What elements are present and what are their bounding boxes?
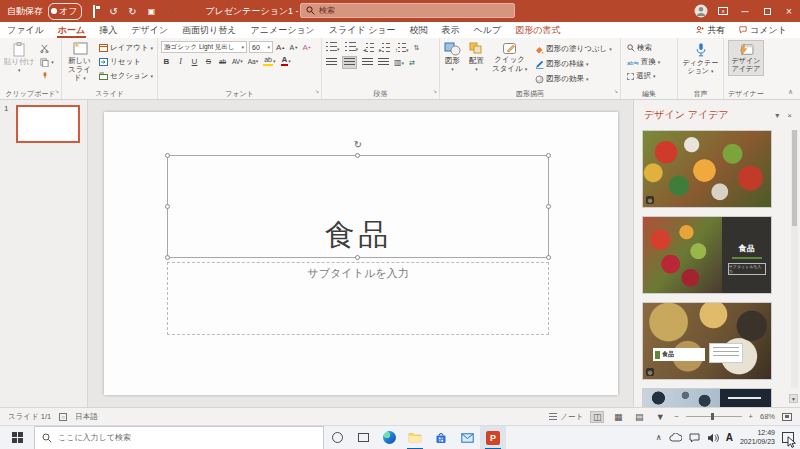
minimize-button[interactable]: ─ — [734, 0, 756, 22]
tab-view[interactable]: 表示 — [435, 22, 467, 38]
save-icon[interactable] — [87, 6, 101, 17]
arrange-button[interactable]: 配置▾ — [466, 40, 487, 74]
text-direction-button[interactable]: ⇅ — [414, 44, 420, 52]
dictation-button[interactable]: ディクテーション ▾ — [680, 40, 722, 77]
edge-button[interactable] — [376, 426, 402, 449]
collapse-ribbon-icon[interactable]: ∧ — [788, 88, 793, 96]
layout-button[interactable]: レイアウト▾ — [97, 42, 155, 54]
design-suggestion-1[interactable]: ◎ — [642, 130, 772, 208]
notes-button[interactable]: ノート — [549, 412, 583, 422]
task-view-button[interactable] — [350, 426, 376, 449]
tab-shape-format[interactable]: 図形の書式 — [508, 22, 567, 38]
shape-effects-button[interactable]: 図形の効果▾ — [533, 73, 613, 85]
dialog-launcher-icon[interactable]: ↘ — [55, 86, 59, 97]
font-size-combobox[interactable]: 60▾ — [249, 41, 273, 53]
normal-view-button[interactable]: ◫ — [590, 411, 604, 423]
slide[interactable]: ↻ 食品 サブタイトルを入力 — [104, 112, 618, 395]
highlight-color-button[interactable]: ab▾ — [262, 55, 276, 67]
justify-button[interactable] — [378, 58, 389, 67]
account-avatar[interactable] — [690, 0, 712, 22]
search-input[interactable] — [319, 6, 489, 15]
text-shadow-button[interactable]: ab — [217, 55, 228, 67]
cortana-button[interactable] — [324, 426, 350, 449]
chat-icon[interactable] — [689, 433, 700, 443]
dialog-launcher-icon[interactable]: ↘ — [614, 86, 618, 97]
increase-indent-button[interactable]: ▸ — [379, 43, 390, 53]
numbering-button[interactable]: ▾ — [345, 42, 359, 53]
zoom-level[interactable]: 68% — [760, 412, 775, 421]
replace-button[interactable]: ab⇋ 置換▾ — [625, 56, 662, 68]
tab-transitions[interactable]: 画面切り替え — [175, 22, 243, 38]
section-button[interactable]: セクション▾ — [97, 70, 155, 82]
resize-handle-nw[interactable] — [165, 153, 170, 158]
tab-design[interactable]: デザイン — [124, 22, 175, 38]
ime-indicator[interactable]: A — [726, 432, 733, 443]
language-indicator[interactable]: 日本語 — [75, 412, 98, 422]
reading-view-button[interactable]: ▤ — [632, 411, 646, 423]
increase-font-size-button[interactable]: A▲ — [275, 41, 286, 53]
panel-menu-icon[interactable]: ▾ — [775, 111, 779, 120]
tab-animations[interactable]: アニメーション — [244, 22, 322, 38]
line-spacing-button[interactable]: ↕▾ — [395, 43, 409, 53]
design-panel-scrollbar[interactable] — [791, 130, 798, 388]
slide-sorter-view-button[interactable]: ▦ — [611, 411, 625, 423]
shape-fill-button[interactable]: 図形の塗りつぶし▾ — [533, 43, 613, 55]
bold-button[interactable]: B — [161, 55, 172, 67]
dialog-launcher-icon[interactable]: ↘ — [315, 86, 319, 97]
tab-home[interactable]: ホーム — [51, 22, 92, 38]
shapes-button[interactable]: 図形▾ — [441, 40, 464, 74]
design-ideas-button[interactable]: デザインアイデア — [728, 40, 765, 76]
clear-formatting-button[interactable]: A✦ — [301, 41, 312, 53]
undo-icon[interactable]: ↺ — [106, 6, 120, 17]
autosave-toggle[interactable]: オフ — [48, 3, 82, 20]
find-button[interactable]: 検索 — [625, 42, 654, 54]
action-center-icon[interactable] — [782, 432, 794, 443]
design-suggestion-2[interactable]: 食品 サブタイトルを入力 — [642, 216, 772, 294]
rotate-handle-icon[interactable]: ↻ — [354, 140, 362, 150]
dialog-launcher-icon[interactable]: ↘ — [433, 86, 437, 97]
accessibility-checker-icon[interactable]: ☺ — [59, 413, 67, 421]
slideshow-button[interactable]: ▼ — [653, 411, 667, 423]
start-button[interactable] — [0, 426, 34, 449]
qat-customize-icon[interactable]: ▾ — [163, 8, 177, 14]
tab-slideshow[interactable]: スライド ショー — [322, 22, 403, 38]
align-left-button[interactable] — [326, 58, 337, 67]
new-slide-button[interactable]: 新しいスライド ▾ — [63, 40, 96, 85]
tab-review[interactable]: 校閲 — [403, 22, 435, 38]
resize-handle-ne[interactable] — [546, 153, 551, 158]
resize-handle-w[interactable] — [165, 204, 170, 209]
select-button[interactable]: 選択▾ — [625, 70, 658, 82]
italic-button[interactable]: I — [175, 55, 186, 67]
redo-icon[interactable]: ↻ — [125, 6, 139, 17]
share-button[interactable]: 共有 — [691, 23, 730, 38]
strikethrough-button[interactable]: S — [203, 55, 214, 67]
paste-button[interactable]: 貼り付け ▾ — [1, 40, 37, 75]
shape-outline-button[interactable]: 図形の枠線▾ — [533, 58, 613, 70]
design-suggestion-3[interactable]: 食品 ◎ — [642, 302, 772, 380]
touch-mode-icon[interactable]: ▣ — [144, 7, 158, 16]
file-explorer-button[interactable] — [402, 426, 428, 449]
ribbon-display-options-icon[interactable]: ∧ — [712, 0, 734, 22]
quick-styles-button[interactable]: クイックスタイル ▾ — [489, 40, 530, 75]
scroll-down-icon[interactable]: ▼ — [789, 394, 798, 403]
powerpoint-taskbar-button[interactable]: P — [480, 426, 506, 449]
zoom-slider[interactable] — [686, 416, 742, 417]
tab-file[interactable]: ファイル — [0, 22, 51, 38]
mail-button[interactable] — [454, 426, 480, 449]
panel-close-icon[interactable]: × — [787, 111, 792, 120]
tab-insert[interactable]: 挿入 — [92, 22, 124, 38]
columns-button[interactable]: ▥▾ — [394, 58, 404, 67]
zoom-out-button[interactable]: − — [674, 412, 678, 421]
maximize-button[interactable] — [756, 0, 778, 22]
taskbar-clock[interactable]: 12:49 2021/09/23 — [740, 429, 775, 447]
resize-handle-e[interactable] — [546, 204, 551, 209]
search-box[interactable] — [300, 3, 515, 18]
slide-title-text[interactable]: 食品 — [168, 215, 548, 256]
close-button[interactable]: × — [778, 0, 800, 22]
zoom-slider-thumb[interactable] — [711, 413, 714, 420]
fit-to-window-icon[interactable] — [782, 413, 792, 421]
bullets-button[interactable]: ▾ — [326, 42, 340, 53]
font-color-button[interactable]: A▾ — [280, 55, 292, 67]
store-button[interactable] — [428, 426, 454, 449]
zoom-in-button[interactable]: + — [749, 412, 753, 421]
